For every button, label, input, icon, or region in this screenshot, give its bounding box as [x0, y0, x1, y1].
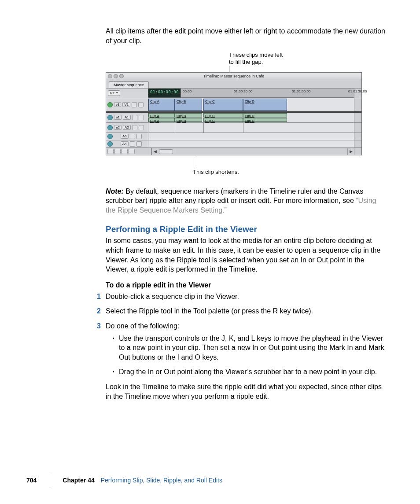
track-body-a2[interactable] [148, 123, 354, 132]
closing-paragraph: Look in the Timeline to make sure the ri… [106, 382, 387, 401]
timeline-ruler[interactable]: 00:00 01:00:30:00 01:01:00:00 01:01:30:0… [181, 88, 354, 98]
callout-top: These clips move left to fill the gap. [229, 52, 387, 72]
track-header-a4[interactable]: A4 [106, 140, 148, 147]
track-body-a4[interactable] [148, 140, 354, 147]
track-body-a3[interactable] [148, 133, 354, 140]
clip-c-video[interactable]: Clip C [203, 99, 243, 111]
scroll-left-arrow[interactable]: ◀ [151, 148, 158, 155]
timecode-field[interactable]: 01:00:00:00 [148, 88, 181, 98]
step-3-bullet-1: Use the transport controls or the J, K, … [113, 334, 387, 362]
callout-bottom: This clip shortens. [194, 158, 387, 175]
task-heading: To do a ripple edit in the Viewer [106, 281, 387, 289]
timeline-figure: Timeline: Master sequence in Cafe Master… [106, 72, 362, 155]
scroll-right-arrow[interactable]: ▶ [347, 148, 354, 155]
horizontal-scrollbar[interactable] [158, 148, 347, 155]
step-2: 2Select the Ripple tool in the Tool pale… [106, 306, 387, 316]
intro-paragraph: All clip items after the edit point move… [106, 26, 387, 45]
window-title: Timeline: Master sequence in Cafe [124, 74, 344, 78]
track-header-v1[interactable]: v1 V1 [106, 98, 148, 111]
step-3: 3Do one of the following: Use the transp… [106, 321, 387, 377]
chapter-label: Chapter 44 [63, 477, 94, 484]
track-body-a1[interactable]: Clip A Clip B Clip C Clip D Clip A Clip … [148, 113, 354, 122]
step-1: 1Double-click a sequence clip in the Vie… [106, 292, 387, 302]
window-titlebar: Timeline: Master sequence in Cafe [106, 73, 361, 80]
window-traffic-lights[interactable] [108, 74, 124, 78]
chapter-title: Performing Slip, Slide, Ripple, and Roll… [101, 477, 222, 484]
track-header-a3[interactable]: A3 [106, 133, 148, 140]
clip-b-video[interactable]: Clip B [175, 99, 202, 111]
note-paragraph: Note: By default, sequence markers (mark… [106, 187, 387, 215]
track-header-a2[interactable]: a2 A2 [106, 123, 148, 132]
section-body: In some cases, you may want to look at t… [106, 236, 387, 274]
timeline-footer-controls[interactable] [106, 148, 151, 155]
rt-popup-button[interactable]: RT [108, 90, 120, 96]
sequence-tab[interactable]: Master sequence [109, 81, 149, 88]
clip-d-video[interactable]: Clip D [243, 99, 287, 111]
track-header-a1[interactable]: a1 A1 [106, 113, 148, 122]
page-number: 704 [26, 477, 37, 484]
track-body-v1[interactable]: Clip A Clip B Clip C Clip D [148, 98, 354, 111]
page-footer: 704 Chapter 44 Performing Slip, Slide, R… [26, 474, 389, 486]
section-heading: Performing a Ripple Edit in the Viewer [106, 224, 387, 234]
step-3-bullet-2: Drag the In or Out point along the Viewe… [113, 367, 387, 377]
clip-a-video[interactable]: Clip A [148, 99, 175, 111]
